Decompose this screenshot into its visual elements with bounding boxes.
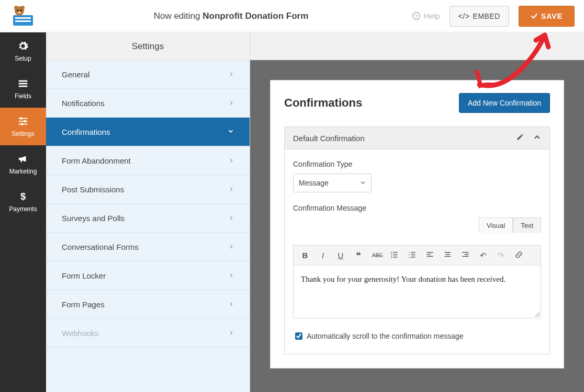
- settings-item-conversational-forms[interactable]: Conversational Forms: [46, 233, 250, 261]
- editor-toolbar: B I U ❝ ABC 123: [294, 246, 541, 266]
- align-right-icon[interactable]: [461, 251, 469, 260]
- editor-tab-visual[interactable]: Visual: [479, 217, 513, 233]
- nav-settings[interactable]: Settings: [0, 108, 46, 145]
- embed-button[interactable]: </> EMBED: [450, 6, 509, 27]
- list-icon: [17, 78, 29, 89]
- gear-icon: [17, 40, 29, 52]
- quote-icon[interactable]: ❝: [354, 250, 363, 261]
- nav-payments[interactable]: $ Payments: [0, 183, 46, 221]
- svg-point-8: [18, 11, 21, 14]
- svg-rect-30: [411, 254, 415, 255]
- svg-rect-39: [462, 252, 468, 253]
- italic-icon[interactable]: I: [319, 251, 327, 260]
- chevron-right-icon: [229, 157, 234, 165]
- confirmation-type-label: Confirmation Type: [293, 160, 541, 168]
- link-icon[interactable]: [514, 251, 523, 260]
- svg-rect-28: [411, 252, 415, 253]
- settings-sidebar: Settings GeneralNotificationsConfirmatio…: [46, 32, 250, 392]
- confirmation-item-header[interactable]: Default Confirmation: [284, 126, 550, 149]
- bold-icon[interactable]: B: [301, 251, 309, 260]
- settings-item-label: Webhooks: [62, 329, 99, 338]
- settings-item-label: Post Submissions: [62, 185, 124, 194]
- help-link[interactable]: ? Help: [412, 11, 440, 20]
- settings-item-label: Notifications: [62, 99, 105, 108]
- nav-setup[interactable]: Setup: [0, 32, 46, 70]
- collapse-icon[interactable]: [533, 133, 541, 143]
- content-area: Confirmations Add New Confirmation Defau…: [250, 32, 584, 392]
- svg-rect-2: [15, 20, 31, 22]
- align-center-icon[interactable]: [443, 251, 452, 260]
- editor-tab-text[interactable]: Text: [513, 217, 541, 233]
- dollar-icon: $: [17, 191, 29, 202]
- confirmation-item-title: Default Confirmation: [293, 134, 365, 143]
- chevron-right-icon: [229, 243, 234, 251]
- settings-item-general[interactable]: General: [46, 60, 250, 89]
- svg-point-6: [17, 9, 19, 11]
- svg-rect-41: [462, 256, 468, 257]
- undo-icon[interactable]: ↶: [479, 251, 487, 260]
- nav-label: Marketing: [9, 168, 37, 175]
- svg-rect-33: [426, 252, 433, 253]
- add-new-confirmation-button[interactable]: Add New Confirmation: [459, 93, 550, 113]
- left-nav: Setup Fields Settings Marketing $ Paymen…: [0, 32, 46, 392]
- svg-text:1: 1: [408, 251, 409, 253]
- bullet-list-icon[interactable]: [390, 251, 398, 260]
- settings-item-label: General: [62, 70, 89, 79]
- number-list-icon[interactable]: 123: [408, 251, 416, 260]
- confirmations-card: Confirmations Add New Confirmation Defau…: [270, 80, 564, 368]
- settings-item-surveys-and-polls[interactable]: Surveys and Polls: [46, 204, 250, 233]
- svg-point-18: [24, 120, 26, 123]
- confirmations-heading: Confirmations: [284, 96, 362, 110]
- svg-rect-12: [19, 83, 28, 85]
- settings-item-form-pages[interactable]: Form Pages: [46, 290, 250, 319]
- confirmation-message-input[interactable]: Thank you for your generosity! Your dona…: [294, 266, 541, 318]
- settings-panel-title: Settings: [46, 32, 250, 60]
- settings-item-confirmations[interactable]: Confirmations: [46, 118, 250, 146]
- settings-item-webhooks[interactable]: Webhooks: [46, 319, 250, 348]
- svg-text:2: 2: [408, 254, 409, 256]
- settings-item-notifications[interactable]: Notifications: [46, 89, 250, 118]
- svg-point-17: [20, 117, 23, 120]
- svg-rect-37: [445, 254, 450, 255]
- confirmation-body: Confirmation Type Message Confirmation M…: [284, 149, 550, 354]
- nav-marketing[interactable]: Marketing: [0, 145, 46, 183]
- settings-item-label: Confirmations: [62, 128, 110, 136]
- strike-icon[interactable]: ABC: [372, 252, 380, 258]
- save-button[interactable]: SAVE: [519, 6, 575, 27]
- svg-rect-32: [411, 257, 415, 258]
- nav-fields[interactable]: Fields: [0, 70, 46, 108]
- svg-rect-40: [465, 254, 469, 255]
- auto-scroll-checkbox[interactable]: [295, 332, 302, 340]
- svg-point-19: [21, 123, 24, 125]
- svg-text:$: $: [20, 191, 26, 202]
- chevron-right-icon: [229, 186, 234, 193]
- auto-scroll-option[interactable]: Automatically scroll to the confirmation…: [293, 327, 541, 345]
- app-logo: [0, 0, 46, 32]
- svg-point-23: [391, 254, 392, 255]
- svg-rect-34: [426, 254, 431, 255]
- nav-label: Settings: [12, 130, 34, 137]
- settings-item-label: Form Abandonment: [62, 156, 131, 165]
- svg-rect-1: [15, 17, 31, 19]
- svg-rect-36: [444, 252, 451, 253]
- nav-label: Setup: [15, 55, 31, 62]
- svg-text:?: ?: [415, 14, 418, 19]
- settings-item-form-locker[interactable]: Form Locker: [46, 261, 250, 290]
- redo-icon[interactable]: ↷: [497, 251, 505, 260]
- confirmation-type-select[interactable]: Message: [293, 174, 372, 192]
- svg-text:3: 3: [408, 256, 409, 258]
- edit-icon[interactable]: [516, 133, 524, 143]
- megaphone-icon: [17, 153, 29, 165]
- underline-icon[interactable]: U: [336, 251, 345, 260]
- settings-item-form-abandonment[interactable]: Form Abandonment: [46, 146, 250, 175]
- svg-rect-35: [426, 256, 433, 257]
- svg-rect-24: [393, 254, 397, 255]
- chevron-right-icon: [229, 272, 234, 280]
- settings-item-post-submissions[interactable]: Post Submissions: [46, 175, 250, 204]
- svg-rect-11: [19, 80, 28, 82]
- check-icon: [531, 13, 538, 20]
- chevron-down-icon: [228, 128, 234, 136]
- align-left-icon[interactable]: [425, 251, 434, 260]
- editing-title: Now editing Nonprofit Donation Form: [154, 11, 309, 21]
- settings-item-label: Conversational Forms: [62, 243, 139, 251]
